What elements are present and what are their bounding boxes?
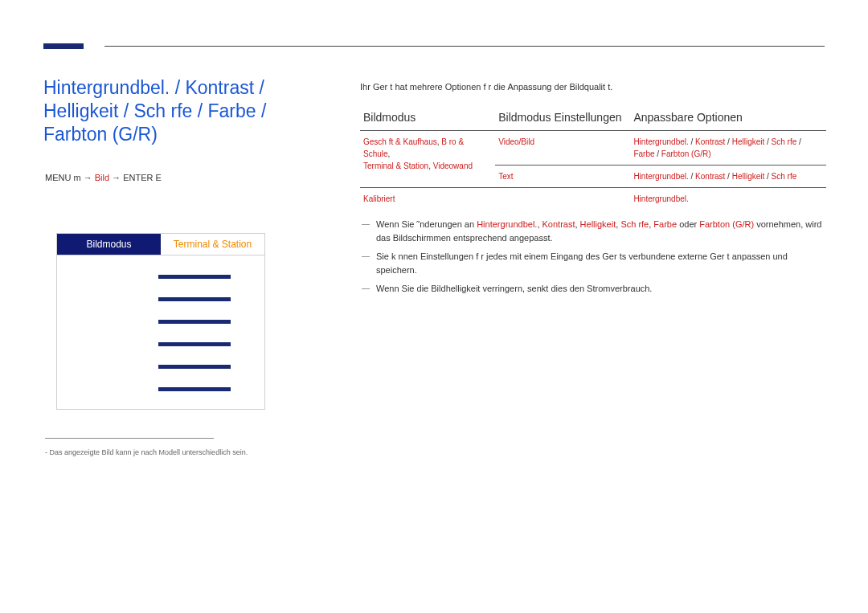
page-title: Hintergrundbel. / Kontrast / Helligkeit …	[43, 76, 333, 145]
menu-path-suffix: → ENTER E	[109, 173, 162, 182]
table-row: KalibriertHintergrundbel.	[360, 188, 826, 210]
table-cell: Text	[495, 166, 630, 188]
intro-text: Ihr Ger t hat mehrere Optionen f r die A…	[360, 82, 826, 92]
slider-row: ..	[57, 378, 264, 400]
device-tab-right: Terminal & Station	[161, 234, 264, 255]
table-cell: Gesch ft & Kaufhaus, B ro & Schule,Termi…	[360, 131, 495, 188]
slider-row: ..	[57, 265, 264, 288]
table-header: Bildmodus Einstellungen	[495, 106, 630, 131]
slider-row: ..	[57, 355, 264, 378]
footnote: Das angezeigte Bild kann je nach Modell …	[45, 448, 318, 456]
note-item: Sie k nnen Einstellungen f r jedes mit e…	[360, 250, 826, 277]
table-header: Bildmodus	[360, 106, 495, 131]
right-column: Ihr Ger t hat mehrere Optionen f r die A…	[360, 82, 826, 300]
menu-path: MENU m → Bild → ENTER E	[45, 173, 162, 182]
menu-path-prefix: MENU m →	[45, 173, 95, 182]
device-preview: Bildmodus Terminal & Station .. .. .. ..…	[56, 233, 265, 410]
slider-row: ..	[57, 310, 264, 333]
table-cell: Hintergrundbel.	[630, 188, 826, 210]
table-cell: Hintergrundbel. / Kontrast / Helligkeit …	[630, 166, 826, 188]
footnote-rule	[45, 438, 214, 439]
menu-path-highlight: Bild	[95, 173, 109, 182]
page: Hintergrundbel. / Kontrast / Helligkeit …	[0, 0, 868, 613]
table-row: Gesch ft & Kaufhaus, B ro & Schule,Termi…	[360, 131, 826, 166]
device-header: Bildmodus Terminal & Station	[57, 234, 264, 255]
table-cell	[495, 188, 630, 210]
header-rule	[104, 46, 825, 47]
note-item: Wenn Sie ˜nderungen an Hintergrundbel., …	[360, 218, 826, 245]
header-accent-bar	[43, 43, 84, 49]
device-tab-active: Bildmodus	[57, 234, 161, 255]
options-table: Bildmodus Bildmodus Einstellungen Anpass…	[360, 106, 826, 210]
table-cell: Video/Bild	[495, 131, 630, 166]
table-header: Anpassbare Optionen	[630, 106, 826, 131]
slider-row: ..	[57, 333, 264, 355]
table-cell: Kalibriert	[360, 188, 495, 210]
device-sliders: .. .. .. .. .. ..	[57, 255, 264, 410]
table-cell: Hintergrundbel. / Kontrast / Helligkeit …	[630, 131, 826, 166]
note-item: Wenn Sie die Bildhelligkeit verringern, …	[360, 282, 826, 296]
slider-row: ..	[57, 288, 264, 310]
notes-block: Wenn Sie ˜nderungen an Hintergrundbel., …	[360, 218, 826, 296]
